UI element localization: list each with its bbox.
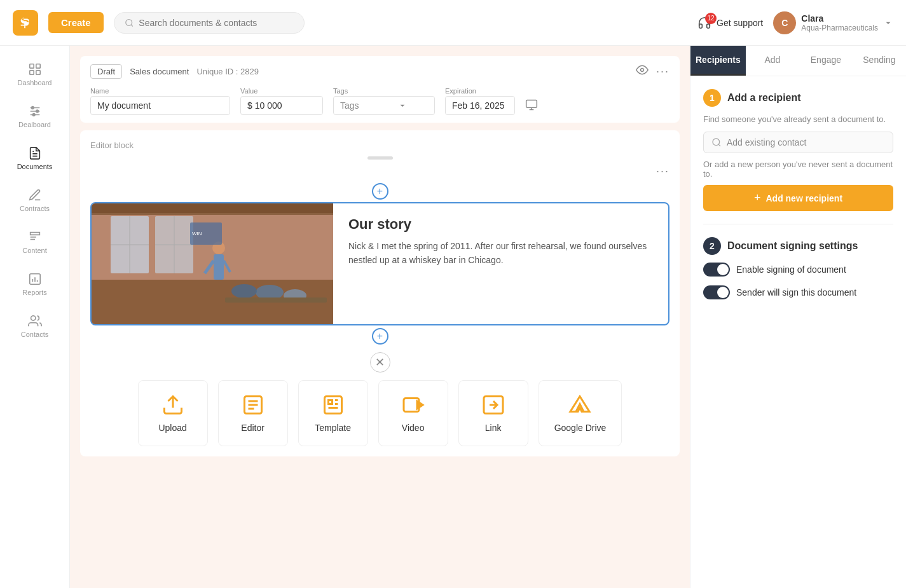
sender-sign-toggle[interactable] xyxy=(703,285,730,299)
sidebar-item-reports[interactable]: Reports xyxy=(0,266,69,303)
add-new-recipient-button[interactable]: + Add new recipient xyxy=(703,185,893,211)
block-option-template[interactable]: Template xyxy=(298,380,368,446)
sidebar-item-label: Content xyxy=(22,247,47,254)
sidebar-item-label: Contacts xyxy=(21,331,48,338)
svg-point-10 xyxy=(640,69,643,72)
google-drive-icon xyxy=(568,393,591,416)
chevron-down-icon xyxy=(883,18,893,28)
add-block-bottom[interactable]: + xyxy=(90,328,669,345)
svg-rect-27 xyxy=(225,297,327,303)
scroll-bar xyxy=(367,156,393,160)
sender-sign-row: Sender will sign this document xyxy=(703,285,893,299)
step1-circle: 1 xyxy=(703,89,721,107)
block-more-button[interactable]: ··· xyxy=(656,165,669,178)
topbar: Create 12 Get support C Clara Aqua-Pharm… xyxy=(0,0,906,46)
tab-add[interactable]: Add xyxy=(746,46,799,76)
svg-rect-11 xyxy=(526,100,537,108)
name-field-group: Name xyxy=(90,87,230,115)
name-label: Name xyxy=(90,87,230,95)
more-options-button[interactable]: ··· xyxy=(656,65,669,78)
close-picker-button[interactable]: ✕ xyxy=(370,352,390,373)
story-title: Our story xyxy=(348,216,653,233)
tab-recipients[interactable]: Recipients xyxy=(690,46,746,76)
tags-selector[interactable]: Tags xyxy=(333,96,435,115)
topbar-right: 12 Get support C Clara Aqua-Pharmaceutic… xyxy=(697,11,893,34)
close-picker[interactable]: ✕ xyxy=(90,352,669,373)
documents-icon xyxy=(28,146,42,160)
add-below-button[interactable]: + xyxy=(372,328,388,345)
sidebar-item-dashboard[interactable]: Dashboard xyxy=(0,56,69,93)
edit-button[interactable] xyxy=(525,99,538,114)
user-company: Aqua-Pharmaceuticals xyxy=(801,24,878,32)
story-block: WIN Our story Nick & I met the spring of… xyxy=(90,202,669,325)
right-panel: Recipients Add Engage Sending 1 Add a re… xyxy=(690,46,906,588)
svg-text:WIN: WIN xyxy=(192,231,202,236)
video-icon xyxy=(402,393,425,416)
or-text: Or add a new person you've never sent a … xyxy=(703,160,893,179)
support-button[interactable]: 12 Get support xyxy=(697,16,763,30)
block-option-upload[interactable]: Upload xyxy=(138,380,208,446)
search-contact[interactable]: Add existing contact xyxy=(703,132,893,153)
tags-placeholder: Tags xyxy=(340,100,359,111)
svg-marker-37 xyxy=(417,401,423,409)
sidebar-item-label: Documents xyxy=(17,163,53,170)
user-info[interactable]: C Clara Aqua-Pharmaceuticals xyxy=(773,11,893,34)
create-button[interactable]: Create xyxy=(48,12,104,33)
block-option-video[interactable]: Video xyxy=(378,380,448,446)
sender-sign-label: Sender will sign this document xyxy=(736,287,856,297)
doc-meta-right: ··· xyxy=(636,64,669,79)
dealboard-icon xyxy=(28,104,42,118)
signing-settings-title: Document signing settings xyxy=(727,240,858,252)
value-field-group: Value $ 10 000 xyxy=(240,87,323,115)
support-label: Get support xyxy=(717,18,763,28)
search-input[interactable] xyxy=(139,18,293,28)
svg-rect-3 xyxy=(29,71,33,74)
panel-content: 1 Add a recipient Find someone you've al… xyxy=(690,76,906,321)
avatar: C xyxy=(773,11,796,34)
sidebar-item-label: Dashboard xyxy=(18,79,52,86)
eye-icon xyxy=(636,64,649,76)
contacts-icon xyxy=(28,314,42,328)
panel-divider xyxy=(703,224,893,224)
tags-field-group: Tags Tags xyxy=(333,87,435,115)
enable-signing-toggle[interactable] xyxy=(703,263,730,277)
svg-point-26 xyxy=(231,284,257,298)
content-area: Draft Sales document Unique ID : 2829 ··… xyxy=(70,46,690,588)
chevron-down-icon xyxy=(397,100,408,111)
expiration-field-group: Expiration Feb 16, 2025 xyxy=(445,87,515,115)
signing-settings-header: 2 Document signing settings xyxy=(703,237,893,255)
sidebar-item-content[interactable]: Content xyxy=(0,224,69,261)
enable-signing-label: Enable signing of document xyxy=(736,264,846,275)
toggle-knob xyxy=(717,264,729,275)
preview-button[interactable] xyxy=(636,64,649,79)
block-option-label: Google Drive xyxy=(554,423,607,433)
block-option-editor[interactable]: Editor xyxy=(218,380,288,446)
svg-point-0 xyxy=(126,19,132,25)
scroll-handle xyxy=(90,156,669,160)
add-above-button[interactable]: + xyxy=(372,183,388,200)
add-recipient-desc: Find someone you've already sent a docum… xyxy=(703,114,893,124)
search-bar[interactable] xyxy=(114,12,305,34)
svg-rect-31 xyxy=(92,203,333,213)
user-name: Clara xyxy=(801,13,878,24)
tab-engage[interactable]: Engage xyxy=(799,46,853,76)
svg-point-6 xyxy=(36,110,38,113)
story-text: Our story Nick & I met the spring of 201… xyxy=(333,203,668,324)
value-display[interactable]: $ 10 000 xyxy=(240,96,323,115)
enable-signing-row: Enable signing of document xyxy=(703,263,893,277)
sidebar-item-documents[interactable]: Documents xyxy=(0,140,69,177)
tab-sending[interactable]: Sending xyxy=(853,46,906,76)
doc-meta: Draft Sales document Unique ID : 2829 ··… xyxy=(90,64,669,79)
reports-icon xyxy=(28,272,42,286)
doc-id: Unique ID : 2829 xyxy=(196,67,259,76)
sidebar-item-label: Dealboard xyxy=(18,121,51,128)
sidebar-item-contacts[interactable]: Contacts xyxy=(0,308,69,345)
block-options: Upload Editor Template Vid xyxy=(90,380,669,446)
doc-name-input[interactable] xyxy=(90,96,230,115)
sidebar-item-contracts[interactable]: Contracts xyxy=(0,182,69,219)
block-option-link[interactable]: Link xyxy=(458,380,528,446)
sidebar-item-dealboard[interactable]: Dealboard xyxy=(0,98,69,135)
block-option-google-drive[interactable]: Google Drive xyxy=(539,380,622,446)
add-block-top[interactable]: + xyxy=(90,183,669,200)
search-contact-icon xyxy=(711,137,722,147)
